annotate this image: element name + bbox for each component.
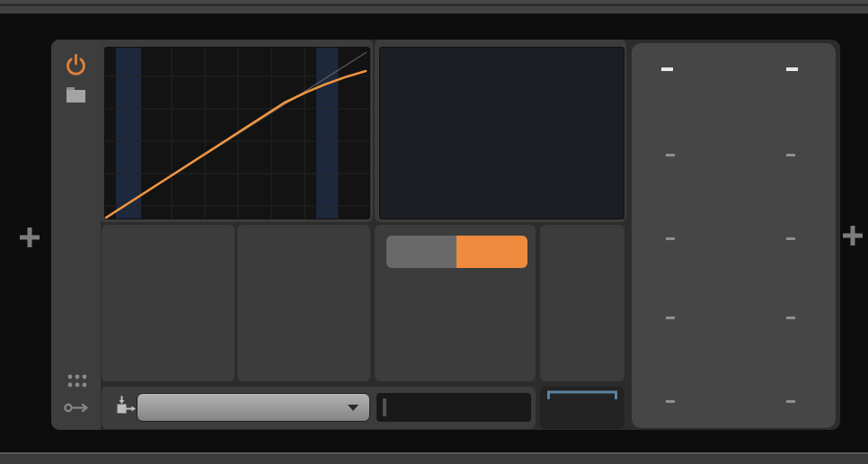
hi-knee-knob[interactable] [302,223,374,295]
add-device-left-button[interactable] [20,228,40,247]
device-name [58,133,93,331]
waveform-panel [375,40,626,222]
bottom-panel-edge [0,452,868,464]
lo-threshold-knob[interactable] [132,293,204,365]
chain-input-meter [21,369,40,428]
dynamics-device-panel [51,40,840,430]
release-knob[interactable] [458,285,530,357]
sidechain-routing-icon[interactable] [111,396,137,423]
power-icon[interactable] [64,52,88,80]
output-knob[interactable] [545,283,617,355]
gain-slider-handle[interactable] [383,398,386,416]
device-header [51,40,101,430]
waveform-display[interactable] [379,47,624,219]
compression-curve-panel [99,40,373,222]
sidechain-source-dropdown[interactable] [137,393,370,422]
level-meter-panel [632,43,836,428]
rms-button[interactable] [456,236,527,268]
meter-bars [632,43,836,428]
detector-mode-toggle [386,236,527,268]
add-device-right-button[interactable] [843,226,863,245]
lo-knee-knob[interactable] [165,223,237,295]
top-panel-edge [0,0,868,13]
tab-bracket-icon [547,390,617,401]
sidechain-gain-field[interactable] [376,393,531,422]
chevron-down-icon [348,405,359,411]
sidechain-fx-button[interactable] [540,387,624,429]
preset-folder-icon[interactable] [66,86,86,107]
hi-threshold-knob[interactable] [268,293,340,365]
bitwig-device-view [0,0,868,464]
modulation-route-icon[interactable] [64,401,90,418]
sidechain-bar [102,387,536,429]
expand-dots-icon[interactable] [67,374,88,391]
peak-button[interactable] [386,236,456,268]
attack-knob[interactable] [385,285,456,357]
chain-output-meter [848,376,866,421]
compression-curve-display[interactable] [104,47,370,219]
lo-ratio-knob[interactable] [101,223,173,295]
hi-ratio-knob[interactable] [237,223,309,295]
